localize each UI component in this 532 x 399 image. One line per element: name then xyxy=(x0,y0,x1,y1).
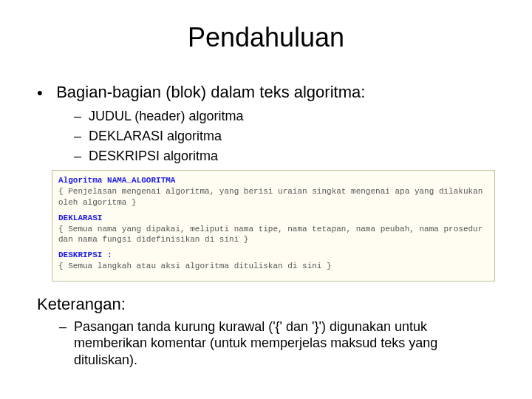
code-kw-deskripsi: DESKRIPSI : xyxy=(58,250,112,259)
sub-item-deskripsi: DESKRIPSI algoritma xyxy=(74,149,502,164)
code-comment-1: { Penjelasan mengenai algoritma, yang be… xyxy=(58,187,482,207)
code-kw-deklarasi: DEKLARASI xyxy=(58,214,102,222)
sub-list: JUDUL (header) algoritma DEKLARASI algor… xyxy=(37,109,502,164)
code-block: Algoritma NAMA_ALGORITMA { Penjelasan me… xyxy=(52,170,495,282)
sub-item-deklarasi: DEKLARASI algoritma xyxy=(74,129,502,144)
code-comment-3: { Semua langkah atau aksi algoritma ditu… xyxy=(58,262,332,270)
page-title: Pendahuluan xyxy=(30,22,502,53)
main-bullet: Bagian-bagian (blok) dalam teks algoritm… xyxy=(37,83,502,164)
main-bullet-text: Bagian-bagian (blok) dalam teks algoritm… xyxy=(56,83,365,101)
keterangan-list: Pasangan tanda kurung kurawal ('{' dan '… xyxy=(30,318,502,369)
keterangan-heading: Keterangan: xyxy=(30,295,502,314)
code-kw-algoritma: Algoritma xyxy=(58,176,102,185)
main-list: Bagian-bagian (blok) dalam teks algoritm… xyxy=(30,83,502,164)
code-comment-2: { Semua nama yang dipakai, meliputi nama… xyxy=(58,225,482,245)
keterangan-item: Pasangan tanda kurung kurawal ('{' dan '… xyxy=(74,318,480,369)
sub-item-judul: JUDUL (header) algoritma xyxy=(74,109,502,124)
code-kw-nama: NAMA_ALGORITMA xyxy=(107,176,175,185)
